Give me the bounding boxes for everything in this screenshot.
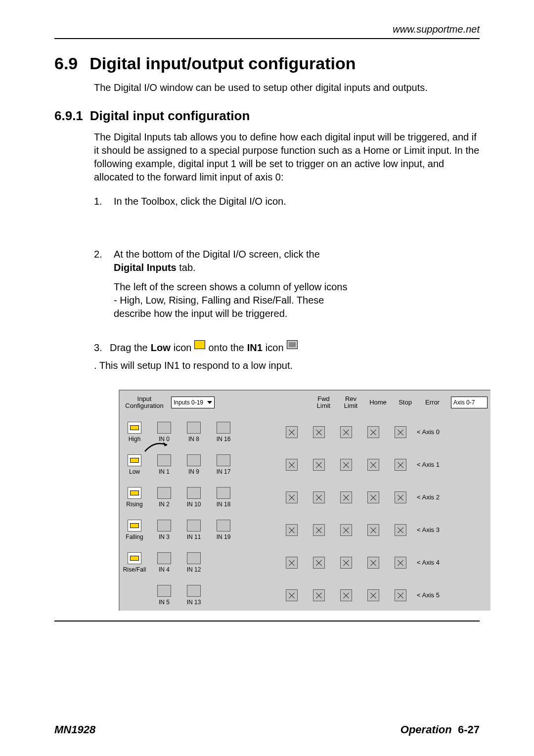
assignment-cell[interactable] [387, 524, 414, 536]
trigger-type-cell[interactable]: Low [120, 454, 149, 475]
input-cell[interactable]: IN 13 [179, 585, 209, 606]
input-icon[interactable] [157, 585, 171, 597]
unassigned-icon[interactable] [340, 491, 352, 503]
unassigned-icon[interactable] [395, 557, 406, 569]
input-icon[interactable] [187, 422, 201, 434]
assignment-cell[interactable] [278, 491, 305, 503]
input-icon[interactable] [217, 487, 230, 499]
input-cell[interactable]: IN 12 [179, 552, 209, 573]
assignment-cell[interactable] [278, 459, 305, 471]
assignment-cell[interactable] [305, 426, 332, 438]
input-icon[interactable] [187, 552, 201, 564]
unassigned-icon[interactable] [313, 524, 325, 536]
input-cell[interactable]: IN 17 [209, 454, 238, 475]
assignment-cell[interactable] [359, 459, 387, 471]
assignment-cell[interactable] [359, 589, 387, 601]
assignment-cell[interactable] [387, 459, 414, 471]
trigger-type-cell[interactable]: Rising [120, 487, 149, 508]
unassigned-icon[interactable] [340, 524, 352, 536]
assignment-cell[interactable] [278, 557, 305, 569]
input-cell[interactable]: IN 3 [149, 520, 179, 540]
unassigned-icon[interactable] [340, 557, 352, 569]
trigger-icon[interactable] [128, 454, 141, 466]
unassigned-icon[interactable] [367, 491, 379, 503]
input-cell[interactable]: IN 11 [179, 520, 209, 540]
input-cell[interactable]: IN 0 [149, 422, 179, 443]
input-icon[interactable] [157, 520, 171, 532]
assignment-cell[interactable] [305, 557, 332, 569]
assignment-cell[interactable] [359, 491, 387, 503]
unassigned-icon[interactable] [340, 459, 352, 471]
unassigned-icon[interactable] [395, 459, 406, 471]
input-cell[interactable]: IN 9 [179, 454, 209, 475]
trigger-icon[interactable] [128, 422, 141, 434]
trigger-type-cell[interactable]: Falling [120, 520, 149, 540]
assignment-cell[interactable] [278, 426, 305, 438]
input-icon[interactable] [217, 520, 230, 532]
unassigned-icon[interactable] [395, 491, 406, 503]
unassigned-icon[interactable] [395, 426, 406, 438]
input-cell[interactable]: IN 1 [149, 454, 179, 475]
trigger-type-cell[interactable]: Rise/Fall [120, 552, 149, 573]
input-cell[interactable]: IN 5 [149, 585, 179, 606]
unassigned-icon[interactable] [286, 491, 298, 503]
unassigned-icon[interactable] [286, 426, 298, 438]
assignment-cell[interactable] [359, 426, 387, 438]
input-cell[interactable]: IN 18 [209, 487, 238, 508]
inputs-range-select[interactable]: Inputs 0-19 [171, 397, 215, 408]
assignment-cell[interactable] [332, 524, 359, 536]
assignment-cell[interactable] [305, 491, 332, 503]
unassigned-icon[interactable] [313, 459, 325, 471]
assignment-cell[interactable] [332, 589, 359, 601]
input-icon[interactable] [187, 520, 201, 532]
trigger-icon[interactable] [128, 520, 141, 532]
assignment-cell[interactable] [387, 557, 414, 569]
unassigned-icon[interactable] [367, 524, 379, 536]
input-cell[interactable]: IN 4 [149, 552, 179, 573]
assignment-cell[interactable] [305, 524, 332, 536]
assignment-cell[interactable] [305, 589, 332, 601]
input-icon[interactable] [217, 454, 230, 466]
input-cell[interactable]: IN 2 [149, 487, 179, 508]
input-icon[interactable] [157, 487, 171, 499]
assignment-cell[interactable] [332, 459, 359, 471]
assignment-cell[interactable] [305, 459, 332, 471]
unassigned-icon[interactable] [313, 589, 325, 601]
assignment-cell[interactable] [332, 491, 359, 503]
input-icon[interactable] [217, 422, 230, 434]
assignment-cell[interactable] [278, 524, 305, 536]
unassigned-icon[interactable] [286, 524, 298, 536]
unassigned-icon[interactable] [395, 589, 406, 601]
assignment-cell[interactable] [359, 524, 387, 536]
unassigned-icon[interactable] [286, 589, 298, 601]
unassigned-icon[interactable] [367, 557, 379, 569]
input-icon[interactable] [157, 422, 171, 434]
input-cell[interactable]: IN 8 [179, 422, 209, 443]
trigger-icon[interactable] [128, 487, 141, 499]
assignment-cell[interactable] [387, 426, 414, 438]
input-icon[interactable] [157, 454, 171, 466]
assignment-cell[interactable] [359, 557, 387, 569]
trigger-type-cell[interactable]: High [120, 422, 149, 443]
input-icon[interactable] [187, 487, 201, 499]
unassigned-icon[interactable] [286, 459, 298, 471]
trigger-icon[interactable] [128, 552, 141, 564]
unassigned-icon[interactable] [367, 426, 379, 438]
assignment-cell[interactable] [387, 589, 414, 601]
input-cell[interactable]: IN 19 [209, 520, 238, 540]
assignment-cell[interactable] [332, 426, 359, 438]
input-icon[interactable] [187, 454, 201, 466]
unassigned-icon[interactable] [313, 426, 325, 438]
assignment-cell[interactable] [387, 491, 414, 503]
assignment-cell[interactable] [332, 557, 359, 569]
input-cell[interactable]: IN 16 [209, 422, 238, 443]
input-cell[interactable]: IN 10 [179, 487, 209, 508]
axis-range-select[interactable]: Axis 0-7 [451, 397, 488, 408]
unassigned-icon[interactable] [367, 459, 379, 471]
unassigned-icon[interactable] [313, 557, 325, 569]
assignment-cell[interactable] [278, 589, 305, 601]
input-icon[interactable] [187, 585, 201, 597]
unassigned-icon[interactable] [340, 426, 352, 438]
input-icon[interactable] [157, 552, 171, 564]
unassigned-icon[interactable] [340, 589, 352, 601]
